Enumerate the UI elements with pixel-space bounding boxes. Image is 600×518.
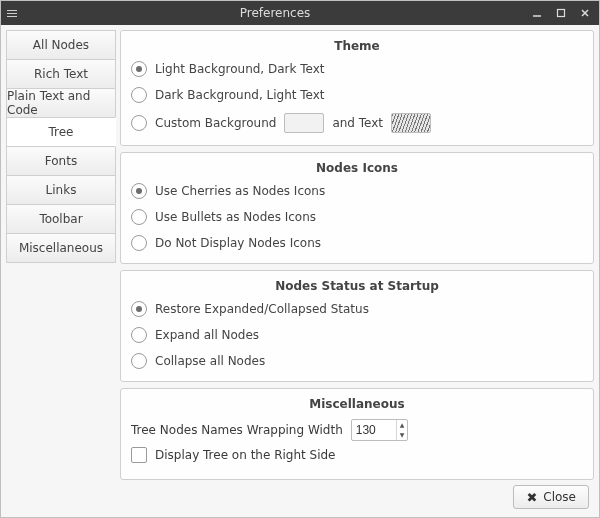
- radio-icon: [131, 183, 147, 199]
- radio-icon: [131, 235, 147, 251]
- close-button[interactable]: ✖ Close: [513, 485, 589, 509]
- wrap-width-input[interactable]: [352, 423, 396, 437]
- startup-expand-label: Expand all Nodes: [155, 328, 259, 342]
- tab-plain-text-and-code[interactable]: Plain Text and Code: [6, 88, 116, 118]
- maximize-icon[interactable]: [553, 6, 569, 20]
- close-x-icon: ✖: [526, 491, 537, 504]
- wrap-width-spinbox[interactable]: ▲ ▼: [351, 419, 409, 441]
- content-pane: Theme Light Background, Dark Text Dark B…: [120, 30, 594, 479]
- panel-startup: Nodes Status at Startup Restore Expanded…: [120, 270, 594, 382]
- radio-icon: [131, 87, 147, 103]
- window-controls: [529, 6, 593, 20]
- icons-option-cherries[interactable]: Use Cherries as Nodes Icons: [131, 183, 583, 199]
- panel-theme: Theme Light Background, Dark Text Dark B…: [120, 30, 594, 146]
- checkbox-icon: [131, 447, 147, 463]
- theme-custom-and-text-label: and Text: [332, 116, 383, 130]
- startup-option-expand[interactable]: Expand all Nodes: [131, 327, 583, 343]
- startup-option-restore[interactable]: Restore Expanded/Collapsed Status: [131, 301, 583, 317]
- radio-icon: [131, 327, 147, 343]
- spin-arrows: ▲ ▼: [396, 420, 408, 440]
- theme-option-custom[interactable]: Custom Background and Text: [131, 113, 583, 133]
- tab-rich-text[interactable]: Rich Text: [6, 59, 116, 89]
- startup-restore-label: Restore Expanded/Collapsed Status: [155, 302, 369, 316]
- close-icon[interactable]: [577, 6, 593, 20]
- dialog-footer: ✖ Close: [1, 479, 599, 517]
- wrap-width-label: Tree Nodes Names Wrapping Width: [131, 423, 343, 437]
- tab-all-nodes[interactable]: All Nodes: [6, 30, 116, 60]
- bg-color-swatch[interactable]: [284, 113, 324, 133]
- icons-option-none[interactable]: Do Not Display Nodes Icons: [131, 235, 583, 251]
- panel-title-startup: Nodes Status at Startup: [131, 279, 583, 293]
- window-title: Preferences: [21, 6, 529, 20]
- preferences-window: Preferences All NodesRich TextPlain Text…: [0, 0, 600, 518]
- panel-nodes-icons: Nodes Icons Use Cherries as Nodes Icons …: [120, 152, 594, 264]
- tab-toolbar[interactable]: Toolbar: [6, 204, 116, 234]
- tab-fonts[interactable]: Fonts: [6, 146, 116, 176]
- radio-icon: [131, 301, 147, 317]
- close-button-label: Close: [543, 490, 576, 504]
- theme-light-label: Light Background, Dark Text: [155, 62, 325, 76]
- right-side-label: Display Tree on the Right Side: [155, 448, 336, 462]
- minimize-icon[interactable]: [529, 6, 545, 20]
- svg-rect-1: [558, 10, 565, 17]
- dialog-body: All NodesRich TextPlain Text and CodeTre…: [1, 25, 599, 479]
- radio-icon: [131, 209, 147, 225]
- radio-icon: [131, 115, 147, 131]
- tab-miscellaneous[interactable]: Miscellaneous: [6, 233, 116, 263]
- tab-links[interactable]: Links: [6, 175, 116, 205]
- titlebar: Preferences: [1, 1, 599, 25]
- theme-custom-bg-label: Custom Background: [155, 116, 276, 130]
- spin-up-icon[interactable]: ▲: [397, 420, 408, 430]
- wrap-width-row: Tree Nodes Names Wrapping Width ▲ ▼: [131, 419, 583, 441]
- icons-bullets-label: Use Bullets as Nodes Icons: [155, 210, 316, 224]
- startup-option-collapse[interactable]: Collapse all Nodes: [131, 353, 583, 369]
- icons-option-bullets[interactable]: Use Bullets as Nodes Icons: [131, 209, 583, 225]
- text-color-swatch[interactable]: [391, 113, 431, 133]
- icons-none-label: Do Not Display Nodes Icons: [155, 236, 321, 250]
- radio-icon: [131, 61, 147, 77]
- theme-option-light[interactable]: Light Background, Dark Text: [131, 61, 583, 77]
- startup-collapse-label: Collapse all Nodes: [155, 354, 265, 368]
- right-side-row[interactable]: Display Tree on the Right Side: [131, 447, 583, 463]
- spin-down-icon[interactable]: ▼: [397, 430, 408, 440]
- panel-title-theme: Theme: [131, 39, 583, 53]
- menu-icon[interactable]: [7, 10, 21, 17]
- panel-miscellaneous: Miscellaneous Tree Nodes Names Wrapping …: [120, 388, 594, 480]
- panel-title-misc: Miscellaneous: [131, 397, 583, 411]
- theme-option-dark[interactable]: Dark Background, Light Text: [131, 87, 583, 103]
- icons-cherries-label: Use Cherries as Nodes Icons: [155, 184, 325, 198]
- tab-tree[interactable]: Tree: [6, 117, 116, 147]
- category-tabs: All NodesRich TextPlain Text and CodeTre…: [6, 30, 116, 479]
- panel-title-nodes-icons: Nodes Icons: [131, 161, 583, 175]
- theme-dark-label: Dark Background, Light Text: [155, 88, 325, 102]
- radio-icon: [131, 353, 147, 369]
